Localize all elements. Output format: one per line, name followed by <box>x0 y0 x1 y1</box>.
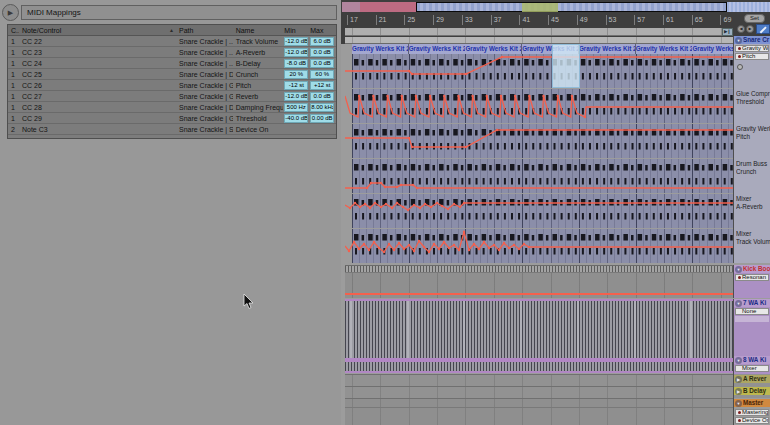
ruler-tick[interactable]: 61 <box>663 15 674 25</box>
param-chooser[interactable]: Pitch <box>735 53 769 60</box>
overview-view-box[interactable] <box>416 2 727 12</box>
master-device-chooser[interactable]: Mastering <box>735 409 769 416</box>
beat-time-ruler[interactable]: 1721252933374145495357616569 <box>345 14 769 27</box>
master-track-title[interactable]: ▼ Master <box>734 399 770 407</box>
kick-track-content[interactable] <box>345 265 733 298</box>
automation-lane[interactable] <box>345 54 733 88</box>
ruler-tick[interactable]: 65 <box>692 15 703 25</box>
ruler-tick[interactable]: 69 <box>720 15 731 25</box>
table-row[interactable]: 1CC 24Snare Crackle | ...B-Delay-8.0 dB0… <box>8 58 336 69</box>
automation-led-icon[interactable] <box>737 64 743 70</box>
return-a-track-content[interactable] <box>345 374 733 386</box>
automation-lane[interactable] <box>345 159 733 193</box>
lane-device-label[interactable]: Gravity Werk <box>736 125 770 133</box>
min-value-field[interactable]: -12.0 dB <box>284 48 308 57</box>
kick-track-title[interactable]: ▼ Kick Boo <box>734 265 770 273</box>
max-value-field[interactable]: 60 % <box>310 70 334 79</box>
col-header-max[interactable]: Max <box>309 25 336 35</box>
max-value-field[interactable]: 8.00 kHz <box>310 103 334 112</box>
ruler-tick[interactable]: 29 <box>433 15 444 25</box>
unfold-track-icon[interactable]: ▼ <box>735 37 742 44</box>
lane-param-label[interactable]: Track Volum <box>736 238 770 246</box>
unfold-track-icon[interactable]: ▼ <box>735 300 742 307</box>
master-param-chooser[interactable]: Device On <box>735 417 769 424</box>
clip-title[interactable]: Gravity Werks Kit 2 <box>579 44 636 54</box>
play-track-icon[interactable]: ▶ <box>735 376 742 383</box>
table-row[interactable]: 1CC 28Snare Crackle | D...Damping Freque… <box>8 102 336 113</box>
min-value-field[interactable]: 20 % <box>284 70 308 79</box>
lane-device-label[interactable]: Mixer <box>736 230 770 238</box>
lane-param-label[interactable]: Pitch <box>736 133 770 141</box>
ruler-tick[interactable]: 37 <box>491 15 502 25</box>
lane-param-label[interactable]: Crunch <box>736 168 770 176</box>
kick-automation-line[interactable] <box>345 293 733 295</box>
kick-device-chooser[interactable]: Resonan <box>735 274 769 281</box>
table-row[interactable]: 1CC 25Snare Crackle | D...Crunch20 %60 % <box>8 69 336 80</box>
max-value-field[interactable]: 0.0 dB <box>310 59 334 68</box>
wa7-track-title[interactable]: ▼ 7 WA Ki <box>734 299 770 307</box>
ruler-tick[interactable]: 21 <box>376 15 387 25</box>
device-chooser[interactable]: Gravity W <box>735 45 769 52</box>
ruler-tick[interactable]: 33 <box>462 15 473 25</box>
wa8-device-chooser[interactable]: Mixer <box>735 365 769 372</box>
arrangement-overview[interactable] <box>342 2 770 12</box>
automation-lane[interactable] <box>345 124 733 158</box>
clip-title[interactable]: Gravity Werks Kit 2 <box>692 44 733 54</box>
col-header-name[interactable]: Name <box>233 25 284 35</box>
max-value-field[interactable]: +12 st <box>310 81 334 90</box>
col-header-path[interactable]: Path <box>176 25 233 35</box>
min-value-field[interactable]: -12.0 dB <box>284 92 308 101</box>
midi-mappings-toggle-icon[interactable]: ▶ <box>2 4 19 21</box>
snare-track-header[interactable]: ▼ Snare Cr Gravity W Pitch Glue CompreTh… <box>733 36 770 263</box>
min-value-field[interactable]: -12 st <box>284 81 308 90</box>
return-b-title[interactable]: ▶ B Delay <box>734 387 770 395</box>
automation-lane[interactable] <box>345 194 733 228</box>
ruler-tick[interactable]: 45 <box>548 15 559 25</box>
automation-lane[interactable] <box>345 89 733 123</box>
table-row[interactable]: 1CC 27Snare Crackle | G...Reverb-12.0 dB… <box>8 91 336 102</box>
clip-title[interactable]: Gravity Werks Kit 2 <box>465 44 522 54</box>
return-b-track-content[interactable] <box>345 386 733 398</box>
wa7-track-header[interactable]: ▼ 7 WA Ki None <box>733 299 770 356</box>
min-value-field[interactable]: -12.0 dB <box>284 37 308 46</box>
snare-track-title[interactable]: ▼ Snare Cr <box>734 36 770 44</box>
min-value-field[interactable]: -8.0 dB <box>284 59 308 68</box>
ruler-tick[interactable]: 17 <box>347 15 358 25</box>
kick-track-header[interactable]: ▼ Kick Boo Resonan <box>733 265 770 298</box>
master-track-content[interactable] <box>345 398 733 425</box>
wa7-track-waveform[interactable] <box>345 299 733 360</box>
table-row[interactable]: 1CC 23Snare Crackle | ...A-Reverb-12.0 d… <box>8 47 336 58</box>
scrub-area[interactable] <box>345 28 733 36</box>
table-row[interactable]: 1CC 26Snare Crackle | G...Pitch-12 st+12… <box>8 80 336 91</box>
max-value-field[interactable]: 0.0 dB <box>310 92 334 101</box>
unfold-track-icon[interactable]: ▼ <box>735 357 742 364</box>
master-track-header[interactable]: ▼ Master Mastering Device On <box>733 398 770 425</box>
max-value-field[interactable]: 0.0 dB <box>310 48 334 57</box>
min-value-field[interactable]: 500 Hz <box>284 103 308 112</box>
lane-device-label[interactable]: Glue Compre <box>736 90 770 98</box>
table-row[interactable]: 1CC 29Snare Crackle | G...Threshold-40.0… <box>8 113 336 124</box>
return-a-title[interactable]: ▶ A Rever <box>734 375 770 383</box>
clip-title[interactable]: Gravity Werks Kit 2 <box>636 44 693 54</box>
ruler-tick[interactable]: 49 <box>577 15 588 25</box>
max-value-field[interactable]: 0.00 dB <box>310 114 334 123</box>
lane-param-label[interactable]: A-Reverb <box>736 203 770 211</box>
clip-title[interactable]: Gravity Werks Kit 2 <box>352 44 409 54</box>
col-header-channel[interactable]: C.. <box>8 25 19 35</box>
min-value-field[interactable]: -40.0 dB <box>284 114 308 123</box>
col-header-note-control[interactable]: Note/Control ▲ <box>19 25 176 35</box>
ruler-tick[interactable]: 25 <box>404 15 415 25</box>
lane-device-label[interactable]: Drum Buss <box>736 160 770 168</box>
wa8-track-waveform[interactable] <box>345 360 733 373</box>
play-track-icon[interactable]: ▶ <box>735 388 742 395</box>
ruler-tick[interactable]: 57 <box>634 15 645 25</box>
return-b-track-header[interactable]: ▶ B Delay <box>733 386 770 398</box>
wa8-track-header[interactable]: ▼ 8 WA Ki Mixer <box>733 356 770 374</box>
ruler-tick[interactable]: 53 <box>606 15 617 25</box>
wa7-device-chooser[interactable]: None <box>735 308 769 315</box>
time-selection-highlight[interactable] <box>552 44 580 88</box>
follow-button[interactable]: ▶❙ <box>722 28 733 36</box>
table-row[interactable]: 2Note C3Snare Crackle | S...Device On <box>8 124 336 135</box>
ruler-tick[interactable]: 41 <box>519 15 530 25</box>
wa8-track-title[interactable]: ▼ 8 WA Ki <box>734 356 770 364</box>
